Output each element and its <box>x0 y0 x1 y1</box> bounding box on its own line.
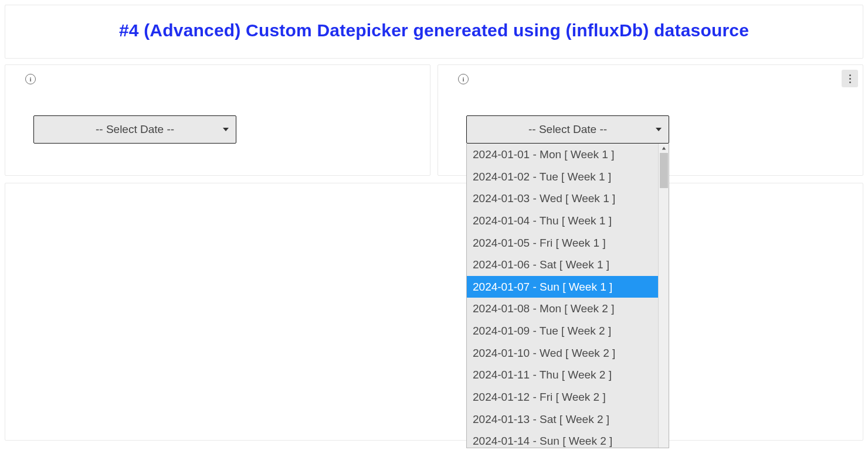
dropdown-option[interactable]: 2024-01-03 - Wed [ Week 1 ] <box>467 187 669 210</box>
dropdown-option[interactable]: 2024-01-01 - Mon [ Week 1 ] <box>467 144 669 166</box>
date-dropdown: 2024-01-01 - Mon [ Week 1 ]2024-01-02 - … <box>466 144 669 448</box>
dropdown-option[interactable]: 2024-01-07 - Sun [ Week 1 ] <box>467 276 669 298</box>
dropdown-option[interactable]: 2024-01-05 - Fri [ Week 1 ] <box>467 232 669 254</box>
chevron-down-icon <box>223 128 229 131</box>
chevron-down-icon <box>656 128 662 131</box>
info-icon[interactable]: i <box>458 74 469 84</box>
dropdown-option[interactable]: 2024-01-12 - Fri [ Week 2 ] <box>467 386 669 408</box>
dropdown-option[interactable]: 2024-01-14 - Sun [ Week 2 ] <box>467 430 669 448</box>
scrollbar-thumb[interactable] <box>660 153 668 188</box>
date-select-right[interactable]: -- Select Date -- <box>466 115 669 144</box>
dropdown-option[interactable]: 2024-01-09 - Tue [ Week 2 ] <box>467 320 669 342</box>
info-icon[interactable]: i <box>25 74 36 84</box>
bottom-panel <box>5 183 863 441</box>
date-select-left-placeholder: -- Select Date -- <box>96 123 174 136</box>
page-title: #4 (Advanced) Custom Datepicker genereat… <box>17 21 851 40</box>
dropdown-option[interactable]: 2024-01-02 - Tue [ Week 1 ] <box>467 166 669 188</box>
date-select-left[interactable]: -- Select Date -- <box>33 115 236 144</box>
right-panel: i -- Select Date -- 2024-01-01 - Mon [ W… <box>438 64 863 176</box>
dropdown-option[interactable]: 2024-01-11 - Thu [ Week 2 ] <box>467 364 669 386</box>
dropdown-option[interactable]: 2024-01-04 - Thu [ Week 1 ] <box>467 210 669 232</box>
panel-menu-button[interactable] <box>842 70 858 87</box>
date-select-right-placeholder: -- Select Date -- <box>528 123 607 136</box>
svg-marker-0 <box>662 147 666 150</box>
dropdown-option[interactable]: 2024-01-10 - Wed [ Week 2 ] <box>467 342 669 364</box>
left-panel: i -- Select Date -- <box>5 64 430 176</box>
header-row: #4 (Advanced) Custom Datepicker genereat… <box>5 5 863 59</box>
scroll-up-icon[interactable] <box>659 144 669 153</box>
dropdown-scrollbar[interactable] <box>658 144 669 448</box>
dropdown-option[interactable]: 2024-01-08 - Mon [ Week 2 ] <box>467 298 669 320</box>
dropdown-option[interactable]: 2024-01-13 - Sat [ Week 2 ] <box>467 408 669 431</box>
dropdown-option[interactable]: 2024-01-06 - Sat [ Week 1 ] <box>467 254 669 276</box>
